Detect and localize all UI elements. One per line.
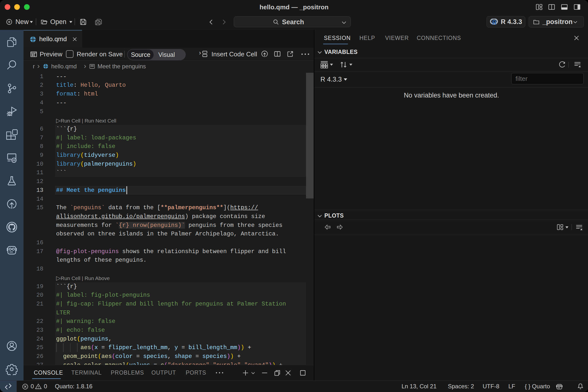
svg-text:R: R [492, 19, 496, 25]
